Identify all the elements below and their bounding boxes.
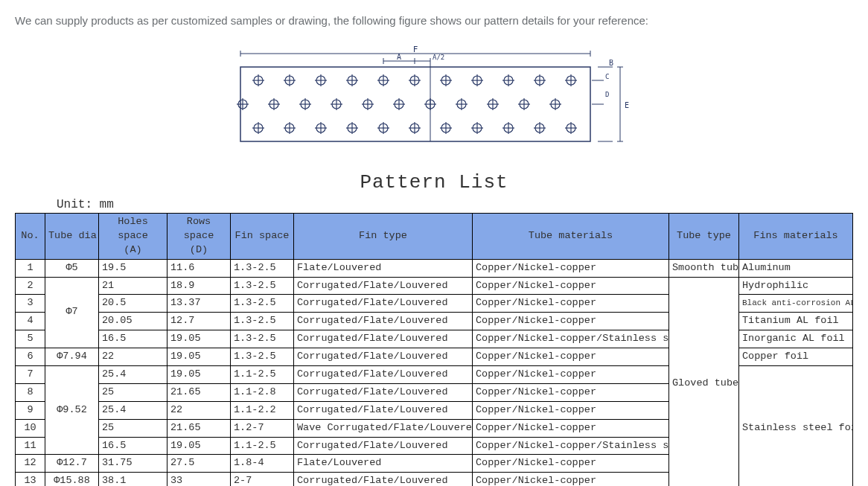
cell-no: 5: [16, 330, 45, 348]
cell-tube-materials: Copper/Nickel-copper/Stainless steel: [473, 330, 669, 348]
cell-rows-space: 19.05: [167, 437, 231, 455]
cell-tube-materials: Copper/Nickel-copper: [473, 366, 669, 384]
cell-no: 9: [16, 401, 45, 419]
cell-tube-materials: Copper/Nickel-copper: [473, 473, 669, 486]
cell-holes-space: 22: [99, 348, 167, 366]
cell-holes-space: 16.5: [99, 330, 167, 348]
cell-rows-space: 12.7: [167, 313, 231, 330]
cell-tube-materials: Copper/Nickel-copper: [473, 295, 669, 313]
cell-fins-materials: Titanium AL foil: [739, 313, 853, 330]
cell-fin-space: 2-7: [231, 473, 294, 486]
cell-fin-space: 1.3-2.5: [231, 277, 294, 295]
cell-tube-materials: Copper/Nickel-copper: [473, 277, 669, 295]
cell-tube-dia: Φ12.7: [45, 455, 99, 473]
th-ft: Fin type: [294, 214, 473, 260]
dim-A2: A/2: [433, 54, 444, 61]
cell-holes-space: 25.4: [99, 401, 167, 419]
pattern-diagram: F A A/2 B E C D: [15, 45, 853, 149]
table-header-row: No. Tube dia. Holes space (A) Rows space…: [16, 214, 853, 260]
dim-C: C: [605, 73, 609, 80]
th-fs: Fin space: [231, 214, 294, 260]
th-tt: Tube type: [669, 214, 739, 260]
cell-tube-dia: Φ9.52: [45, 366, 99, 455]
cell-fin-type: Flate/Louvered: [294, 455, 473, 473]
cell-fin-type: Flate/Louvered: [294, 259, 473, 277]
th-dia: Tube dia.: [45, 214, 99, 260]
cell-fin-space: 1.3-2.5: [231, 330, 294, 348]
cell-fin-type: Corrugated/Flate/Louvered: [294, 383, 473, 401]
cell-fins-materials: Stainless steel foil: [739, 366, 853, 486]
cell-fins-materials: Black anti-corrosion AL foil: [739, 295, 853, 313]
cell-fin-type: Corrugated/Flate/Louvered: [294, 348, 473, 366]
cell-rows-space: 27.5: [167, 455, 231, 473]
cell-holes-space: 20.05: [99, 313, 167, 330]
cell-tube-materials: Copper/Nickel-copper: [473, 383, 669, 401]
cell-fins-materials: Copper foil: [739, 348, 853, 366]
dim-B: B: [609, 59, 613, 67]
cell-fin-space: 1.3-2.5: [231, 295, 294, 313]
cell-tube-materials: Copper/Nickel-copper: [473, 313, 669, 330]
cell-fin-space: 1.1-2.5: [231, 366, 294, 384]
cell-no: 6: [16, 348, 45, 366]
cell-rows-space: 19.05: [167, 330, 231, 348]
cell-tube-dia: Φ7: [45, 277, 99, 348]
cell-fin-type: Corrugated/Flate/Louvered: [294, 313, 473, 330]
intro-text: We can supply products as per customized…: [15, 12, 853, 30]
cell-holes-space: 25: [99, 419, 167, 437]
cell-tube-dia: Φ15.88: [45, 473, 99, 486]
cell-holes-space: 21: [99, 277, 167, 295]
cell-fin-space: 1.8-4: [231, 455, 294, 473]
cell-tube-dia: Φ7.94: [45, 348, 99, 366]
cell-no: 2: [16, 277, 45, 295]
cell-fin-type: Corrugated/Flate/Louvered: [294, 366, 473, 384]
th-fm: Fins materials: [739, 214, 853, 260]
cell-fin-type: Corrugated/Flate/Louvered: [294, 277, 473, 295]
cell-rows-space: 18.9: [167, 277, 231, 295]
cell-holes-space: 19.5: [99, 259, 167, 277]
dim-F: F: [413, 45, 418, 54]
cell-fin-space: 1.3-2.5: [231, 313, 294, 330]
cell-fin-type: Corrugated/Flate/Louvered: [294, 437, 473, 455]
cell-holes-space: 25.4: [99, 366, 167, 384]
cell-no: 12: [16, 455, 45, 473]
cell-no: 8: [16, 383, 45, 401]
cell-fins-materials: Inorganic AL foil: [739, 330, 853, 348]
dim-E: E: [625, 101, 629, 109]
cell-tube-materials: Copper/Nickel-copper: [473, 401, 669, 419]
cell-no: 11: [16, 437, 45, 455]
cell-tube-type: Gloved tube: [669, 277, 739, 486]
cell-fin-type: Wave Corrugated/Flate/Louvered: [294, 419, 473, 437]
cell-fin-type: Corrugated/Flate/Louvered: [294, 401, 473, 419]
cell-rows-space: 22: [167, 401, 231, 419]
cell-tube-materials: Copper/Nickel-copper/Stainless steel: [473, 437, 669, 455]
cell-tube-materials: Copper/Nickel-copper: [473, 348, 669, 366]
cell-no: 3: [16, 295, 45, 313]
cell-holes-space: 25: [99, 383, 167, 401]
cell-rows-space: 33: [167, 473, 231, 486]
cell-fin-type: Corrugated/Flate/Louvered: [294, 473, 473, 486]
cell-tube-materials: Copper/Nickel-copper: [473, 455, 669, 473]
cell-fin-space: 1.1-2.5: [231, 437, 294, 455]
table-row: 2Φ72118.91.3-2.5Corrugated/Flate/Louvere…: [16, 277, 853, 295]
cell-no: 1: [16, 259, 45, 277]
table-row: 1Φ519.511.61.3-2.5Flate/LouveredCopper/N…: [16, 259, 853, 277]
cell-holes-space: 16.5: [99, 437, 167, 455]
th-no: No.: [16, 214, 45, 260]
cell-no: 7: [16, 366, 45, 384]
cell-rows-space: 21.65: [167, 419, 231, 437]
page-title: Pattern List: [15, 171, 853, 194]
cell-fin-space: 1.1-2.2: [231, 401, 294, 419]
cell-fin-type: Corrugated/Flate/Louvered: [294, 295, 473, 313]
cell-holes-space: 20.5: [99, 295, 167, 313]
dim-D: D: [605, 91, 609, 98]
th-tm: Tube materials: [473, 214, 669, 260]
cell-tube-materials: Copper/Nickel-copper: [473, 259, 669, 277]
cell-fins-materials: Hydrophilic: [739, 277, 853, 295]
cell-fin-space: 1.2-7: [231, 419, 294, 437]
cell-holes-space: 38.1: [99, 473, 167, 486]
cell-fin-space: 1.3-2.5: [231, 348, 294, 366]
th-a: Holes space (A): [99, 214, 167, 260]
cell-no: 4: [16, 313, 45, 330]
th-d: Rows space (D): [167, 214, 231, 260]
cell-rows-space: 21.65: [167, 383, 231, 401]
